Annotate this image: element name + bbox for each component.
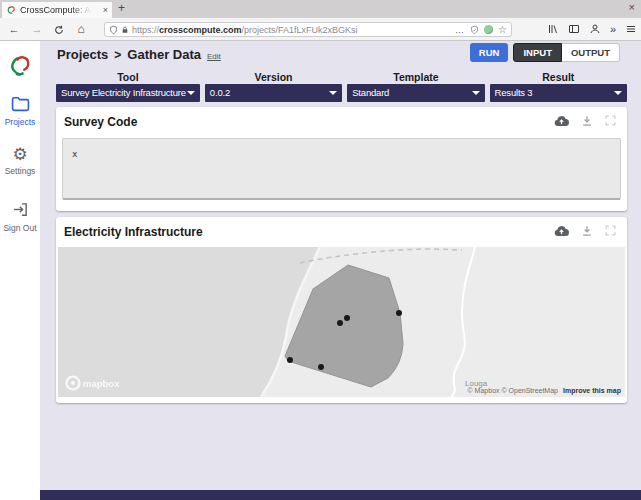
sidebar-item-label: Settings — [0, 166, 40, 176]
breadcrumb-separator: > — [114, 48, 121, 62]
field-result: Result Results 3 — [490, 71, 627, 102]
main-content: Projects > Gather Data Edit RUN INPUT OU… — [40, 41, 641, 500]
forward-button[interactable]: → — [27, 18, 47, 40]
sidebar-item-projects[interactable]: Projects — [0, 96, 40, 127]
hamburger-menu-icon[interactable] — [625, 23, 637, 35]
browser-tab-strip: CrossCompute: Automat × + × — [0, 0, 641, 18]
download-icon[interactable] — [580, 224, 594, 238]
library-icon[interactable] — [547, 23, 559, 35]
electricity-infrastructure-panel: Electricity Infrastructure — [56, 217, 627, 403]
field-template: Template Standard — [347, 71, 484, 102]
cloud-upload-icon[interactable] — [553, 113, 570, 128]
edit-link[interactable]: Edit — [207, 52, 221, 61]
account-icon[interactable] — [589, 23, 601, 35]
crosscompute-logo-icon — [7, 53, 33, 79]
map-marker — [287, 357, 293, 363]
url-text: https://crosscompute.com/projects/FA1fLx… — [132, 25, 451, 35]
sidebar-item-settings[interactable]: ⚙ Settings — [0, 145, 40, 176]
app-sidebar: Projects ⚙ Settings Sign Out — [0, 41, 40, 500]
back-button[interactable]: ← — [4, 18, 24, 40]
template-select[interactable]: Standard — [347, 84, 484, 102]
new-tab-button[interactable]: + — [118, 1, 125, 15]
panel-title: Survey Code — [64, 115, 137, 129]
field-label: Result — [490, 71, 627, 83]
cloud-upload-icon[interactable] — [553, 223, 570, 238]
fullscreen-icon[interactable] — [604, 114, 617, 127]
bookmark-star-icon[interactable]: ☆ — [498, 24, 507, 35]
fullscreen-icon[interactable] — [604, 224, 617, 237]
overflow-menu-icon[interactable]: » — [610, 23, 616, 35]
folder-icon — [11, 96, 30, 112]
map-marker — [396, 310, 402, 316]
sidebar-item-sign-out[interactable]: Sign Out — [0, 201, 40, 233]
field-version: Version 0.0.2 — [205, 71, 342, 102]
survey-code-text: x — [63, 139, 620, 159]
tool-select[interactable]: Survey Electricity Infrastructure — [56, 84, 200, 102]
close-tab-icon[interactable]: × — [103, 6, 108, 15]
extension-icon[interactable] — [484, 25, 493, 34]
page-actions-icon[interactable]: … — [455, 25, 465, 35]
app-viewport: Projects ⚙ Settings Sign Out Projects > … — [0, 41, 641, 500]
lock-icon[interactable] — [121, 25, 129, 35]
breadcrumb: Projects > Gather Data Edit — [57, 47, 221, 62]
map-marker — [337, 320, 343, 326]
panel-title: Electricity Infrastructure — [64, 225, 203, 239]
window-close-icon[interactable]: × — [629, 1, 635, 13]
field-label: Tool — [56, 71, 200, 83]
field-label: Template — [347, 71, 484, 83]
footer-bar — [40, 490, 641, 500]
svg-text:mapbox: mapbox — [83, 378, 120, 389]
url-bar[interactable]: https://crosscompute.com/projects/FA1fLx… — [104, 22, 512, 37]
sign-out-icon — [12, 201, 29, 218]
map-marker — [318, 364, 324, 370]
run-button[interactable]: RUN — [470, 43, 509, 62]
survey-code-panel: Survey Code x — [56, 107, 627, 211]
input-tab-button[interactable]: INPUT — [513, 43, 562, 62]
field-tool: Tool Survey Electricity Infrastructure — [56, 71, 200, 102]
gear-icon: ⚙ — [0, 145, 40, 165]
sidebar-toggle-icon[interactable] — [568, 23, 580, 35]
header-buttons: RUN INPUT OUTPUT — [470, 43, 620, 62]
survey-code-editor[interactable]: x — [62, 138, 621, 200]
browser-toolbar: ← → ⌂ https://crosscompute.com/projects/… — [0, 18, 641, 41]
result-select[interactable]: Results 3 — [490, 84, 627, 102]
output-tab-button[interactable]: OUTPUT — [562, 43, 620, 62]
download-icon[interactable] — [580, 114, 594, 128]
browser-tab[interactable]: CrossCompute: Automat × — [2, 2, 112, 18]
map-attribution: © Mapbox © OpenStreetMap — [468, 387, 559, 395]
field-label: Version — [205, 71, 342, 83]
sidebar-item-label: Sign Out — [0, 223, 40, 233]
reload-button[interactable] — [49, 18, 69, 40]
reload-icon — [54, 25, 64, 35]
crosscompute-logo[interactable] — [0, 53, 40, 83]
configuration-row: Tool Survey Electricity Infrastructure V… — [56, 71, 627, 102]
map-marker — [344, 315, 350, 321]
home-button[interactable]: ⌂ — [71, 18, 91, 40]
page-title: Gather Data — [127, 47, 201, 62]
permissions-shield-icon[interactable] — [470, 25, 479, 35]
crosscompute-favicon — [6, 5, 16, 15]
sidebar-item-label: Projects — [0, 117, 40, 127]
improve-map-link[interactable]: Improve this map — [563, 387, 621, 395]
map[interactable]: Louga mapbox © Mapbox © OpenStreetMap Im… — [58, 247, 625, 397]
version-select[interactable]: 0.0.2 — [205, 84, 342, 102]
tab-title: CrossCompute: Automat — [20, 5, 92, 15]
tracking-shield-icon[interactable] — [109, 25, 118, 35]
breadcrumb-projects[interactable]: Projects — [57, 47, 108, 62]
